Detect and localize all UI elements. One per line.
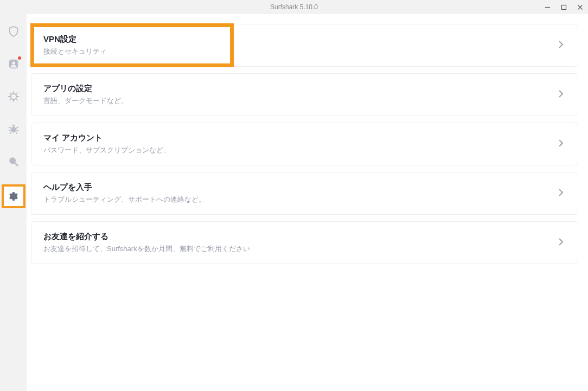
notification-dot-icon — [18, 56, 21, 60]
sidebar-item-antivirus[interactable] — [7, 123, 20, 136]
alert-icon — [8, 91, 20, 102]
search-icon — [8, 156, 20, 168]
settings-item-account[interactable]: マイ アカウント パスワード、サブスクリプションなど。 — [31, 123, 578, 165]
settings-item-title: VPN設定 — [43, 34, 107, 44]
settings-item-title: お友達を紹介する — [43, 232, 250, 242]
antivirus-icon — [8, 123, 20, 135]
settings-item-title: ヘルプを入手 — [43, 182, 206, 193]
settings-item-subtitle: パスワード、サブスクリプションなど。 — [43, 145, 170, 155]
sidebar-item-search[interactable] — [7, 155, 20, 168]
chevron-right-icon — [556, 40, 566, 52]
svg-point-5 — [12, 125, 14, 127]
window-controls — [539, 0, 588, 14]
chevron-right-icon — [556, 138, 566, 150]
settings-item-subtitle: トラブルシューティング、サポートへの連絡など。 — [43, 195, 206, 204]
maximize-button[interactable] — [555, 0, 572, 14]
settings-item-title: アプリの設定 — [43, 84, 128, 94]
svg-point-2 — [12, 61, 15, 65]
settings-item-vpn[interactable]: VPN設定 接続とセキュリティ — [31, 24, 578, 67]
app-title: Surfshark 5.10.0 — [270, 3, 318, 11]
sidebar-item-account[interactable] — [7, 57, 20, 70]
minimize-button[interactable] — [539, 0, 555, 14]
chevron-right-icon — [556, 237, 566, 249]
user-icon — [8, 58, 20, 70]
titlebar: Surfshark 5.10.0 — [0, 0, 588, 14]
settings-item-subtitle: 言語、ダークモードなど。 — [43, 96, 128, 106]
settings-item-subtitle: お友達を招待して、Surfsharkを数か月間、無料でご利用ください — [43, 244, 250, 254]
settings-item-app[interactable]: アプリの設定 言語、ダークモードなど。 — [31, 73, 578, 116]
maximize-icon — [561, 4, 567, 10]
sidebar-item-vpn[interactable] — [7, 25, 20, 38]
settings-item-subtitle: 接続とセキュリティ — [43, 47, 107, 56]
gear-icon — [8, 191, 19, 202]
chevron-right-icon — [556, 89, 566, 101]
svg-rect-0 — [561, 5, 566, 9]
settings-item-refer[interactable]: お友達を紹介する お友達を招待して、Surfsharkを数か月間、無料でご利用く… — [31, 221, 578, 264]
shield-icon — [8, 25, 20, 37]
settings-item-title: マイ アカウント — [43, 133, 170, 143]
settings-item-help[interactable]: ヘルプを入手 トラブルシューティング、サポートへの連絡など。 — [31, 172, 578, 215]
svg-point-4 — [11, 126, 16, 132]
svg-point-3 — [10, 94, 16, 100]
sidebar — [0, 14, 27, 391]
settings-list: VPN設定 接続とセキュリティ アプリの設定 言語、ダークモードなど。 マイ ア… — [27, 14, 588, 391]
close-icon — [577, 4, 583, 10]
sidebar-item-alert[interactable] — [7, 90, 20, 103]
minimize-icon — [545, 4, 551, 10]
sidebar-item-settings[interactable] — [2, 184, 25, 208]
close-button[interactable] — [572, 0, 588, 14]
chevron-right-icon — [556, 188, 566, 200]
